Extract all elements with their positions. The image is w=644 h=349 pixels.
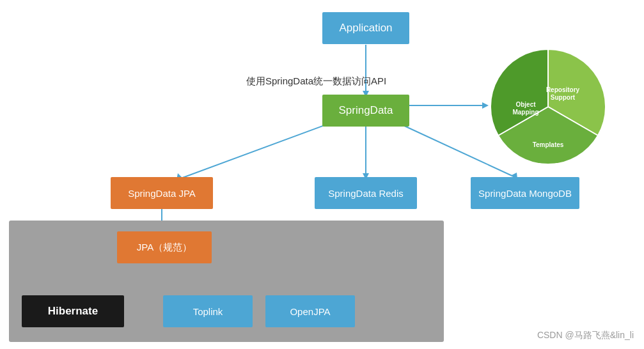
svg-text:Templates: Templates	[533, 141, 564, 148]
watermark: CSDN @马路飞燕&lin_li	[537, 330, 634, 341]
toplink-box: Toplink	[163, 295, 253, 327]
openjpa-box: OpenJPA	[265, 295, 355, 327]
hibernate-box: Hibernate	[22, 295, 124, 327]
pie-chart: Repository Support Templates Object Mapp…	[487, 46, 609, 167]
annotation-text: 使用SpringData统一数据访问API	[246, 75, 386, 88]
jpa-spec-box: JPA（规范）	[117, 231, 212, 263]
springdata-mongodb-box: SpringData MongoDB	[471, 177, 579, 209]
springdata-box: SpringData	[322, 95, 409, 127]
application-box: Application	[322, 12, 409, 44]
springdata-redis-box: SpringData Redis	[315, 177, 417, 209]
svg-text:Mapping: Mapping	[512, 109, 538, 116]
svg-text:Repository: Repository	[546, 86, 580, 93]
svg-text:Support: Support	[551, 94, 576, 101]
springdata-jpa-box: SpringData JPA	[111, 177, 213, 209]
svg-text:Object: Object	[515, 101, 536, 108]
